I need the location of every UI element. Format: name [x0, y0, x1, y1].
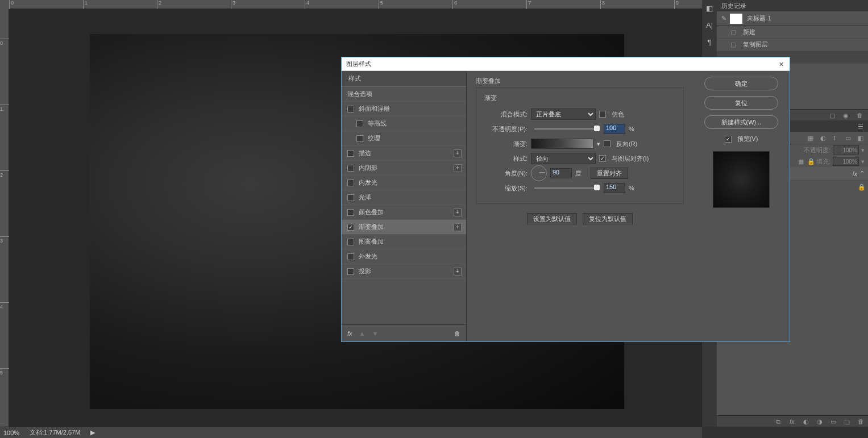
group-title: 渐变 [484, 94, 675, 102]
dropdown-icon[interactable]: ▾ [861, 147, 865, 154]
style-row-10[interactable]: 外发光 [342, 249, 466, 264]
doc-info[interactable]: 文档:1.77M/2.57M [30, 428, 80, 437]
style-checkbox[interactable] [347, 106, 354, 112]
gradient-picker[interactable] [531, 139, 593, 149]
status-bar: 100% 文档:1.77M/2.57M ▶ [0, 427, 702, 438]
reverse-checkbox[interactable] [604, 140, 610, 147]
caret-icon[interactable]: ⌃ [859, 170, 865, 177]
style-label: 投影 [359, 267, 371, 276]
styles-header[interactable]: 样式 [342, 71, 466, 87]
style-checkbox[interactable] [347, 268, 354, 275]
new-layer-icon[interactable]: ▢ [844, 418, 851, 425]
style-row-9[interactable]: 图案叠加 [342, 235, 466, 249]
add-effect-icon[interactable]: + [454, 268, 462, 276]
style-label: 等高线 [368, 119, 387, 128]
style-label: 斜面和浮雕 [359, 105, 390, 113]
fx-badge[interactable]: fx [852, 170, 857, 177]
link-icon[interactable]: ⧉ [776, 418, 783, 425]
style-checkbox[interactable] [347, 194, 354, 201]
add-effect-icon[interactable]: + [454, 223, 462, 231]
style-row-2[interactable]: 纹理 [342, 131, 466, 146]
mask-icon[interactable]: ◐ [803, 418, 810, 425]
set-default-button[interactable]: 设置为默认值 [527, 213, 577, 224]
style-row-3[interactable]: 描边+ [342, 146, 466, 161]
align-checkbox[interactable]: ✓ [599, 155, 606, 162]
lock-icon[interactable]: 🔒 [858, 183, 865, 190]
reverse-label: 反向(R) [616, 140, 637, 148]
cube-3d-icon[interactable]: ◧ [705, 3, 714, 12]
trash-icon[interactable]: 🗑 [858, 418, 865, 425]
zoom-display[interactable]: 100% [3, 429, 19, 436]
fx-icon[interactable]: fx [790, 418, 796, 425]
filter-smart-icon[interactable]: ◧ [858, 135, 865, 141]
paragraph-panel-icon[interactable]: ¶ [705, 37, 714, 47]
history-item[interactable]: ▢ 复制图层 [717, 39, 868, 51]
layer-style-dialog: 图层样式 ✕ 样式 混合选项 斜面和浮雕等高线纹理描边+内阴影+内发光光泽颜色叠… [341, 57, 790, 342]
lock-icon[interactable]: ▦ [798, 158, 805, 165]
style-row-1[interactable]: 等高线 [342, 116, 466, 131]
gradient-style-select[interactable]: 径向 [531, 153, 596, 164]
dropdown-icon[interactable]: ▾ [861, 158, 865, 165]
style-checkbox[interactable] [347, 239, 354, 245]
blending-options-row[interactable]: 混合选项 [342, 87, 466, 102]
down-arrow-icon[interactable]: ▼ [372, 330, 378, 337]
document-header[interactable]: ✎ 未标题-1 [717, 11, 868, 26]
filter-adjust-icon[interactable]: ◐ [820, 135, 827, 141]
trash-icon[interactable]: 🗑 [454, 330, 460, 337]
add-effect-icon[interactable]: + [454, 149, 462, 157]
create-doc-icon[interactable]: ▢ [829, 112, 836, 119]
camera-icon[interactable]: ◉ [843, 112, 850, 119]
group-icon[interactable]: ▭ [830, 418, 837, 425]
style-row-4[interactable]: 内阴影+ [342, 161, 466, 176]
fill-input[interactable]: 100% [833, 157, 859, 166]
close-icon[interactable]: ✕ [776, 59, 786, 69]
reset-align-button[interactable]: 重置对齐 [591, 168, 628, 179]
filter-type-icon[interactable]: T [833, 135, 840, 141]
angle-dial[interactable] [531, 165, 547, 181]
style-row-0[interactable]: 斜面和浮雕 [342, 102, 466, 116]
trash-icon[interactable]: 🗑 [857, 112, 863, 119]
up-arrow-icon[interactable]: ▲ [359, 330, 366, 337]
style-row-7[interactable]: 颜色叠加+ [342, 205, 466, 220]
blend-mode-select[interactable]: 正片叠底 [531, 109, 596, 120]
lock-icon[interactable]: 🔒 [807, 158, 814, 165]
style-checkbox[interactable] [347, 180, 354, 186]
filter-shape-icon[interactable]: ▭ [845, 135, 852, 141]
dropdown-icon[interactable]: ▾ [597, 140, 600, 148]
angle-input[interactable]: 90 [550, 168, 572, 178]
history-item[interactable]: ▢ 新建 [717, 26, 868, 39]
reset-default-button[interactable]: 复位为默认值 [583, 213, 633, 224]
opacity-input[interactable]: 100% [833, 145, 859, 155]
style-row-11[interactable]: 投影+ [342, 264, 466, 279]
expand-icon[interactable]: ▶ [90, 429, 95, 436]
style-row-5[interactable]: 内发光 [342, 176, 466, 190]
scale-input[interactable]: 150 [604, 183, 625, 193]
preview-checkbox[interactable]: ✓ [725, 136, 732, 143]
style-checkbox[interactable] [347, 253, 354, 260]
scale-slider[interactable] [534, 187, 597, 189]
style-checkbox[interactable] [347, 209, 354, 216]
filter-pixel-icon[interactable]: ▦ [808, 135, 815, 141]
dialog-titlebar[interactable]: 图层样式 ✕ [342, 57, 790, 71]
style-checkbox[interactable] [356, 135, 363, 142]
style-checkbox[interactable]: ✓ [347, 224, 354, 231]
adjust-icon[interactable]: ◑ [817, 418, 824, 425]
style-row-6[interactable]: 光泽 [342, 190, 466, 205]
new-style-button[interactable]: 新建样式(W)... [704, 115, 778, 129]
cancel-button[interactable]: 复位 [704, 96, 778, 110]
add-effect-icon[interactable]: + [454, 164, 462, 172]
fx-icon[interactable]: fx [347, 330, 352, 337]
char-panel-icon[interactable]: A| [705, 20, 714, 30]
panel-menu-icon[interactable]: ☰ [858, 123, 863, 130]
opacity-input[interactable]: 100 [604, 124, 625, 134]
style-checkbox[interactable] [347, 150, 354, 157]
ruler-vertical: 012345 [0, 9, 9, 427]
ok-button[interactable]: 确定 [704, 77, 778, 90]
history-tab[interactable]: 历史记录 [717, 0, 868, 11]
style-row-8[interactable]: ✓渐变叠加+ [342, 220, 466, 235]
opacity-slider[interactable] [534, 128, 597, 130]
style-checkbox[interactable] [347, 165, 354, 172]
style-checkbox[interactable] [356, 120, 363, 127]
dither-checkbox[interactable] [599, 111, 606, 118]
add-effect-icon[interactable]: + [454, 208, 462, 216]
